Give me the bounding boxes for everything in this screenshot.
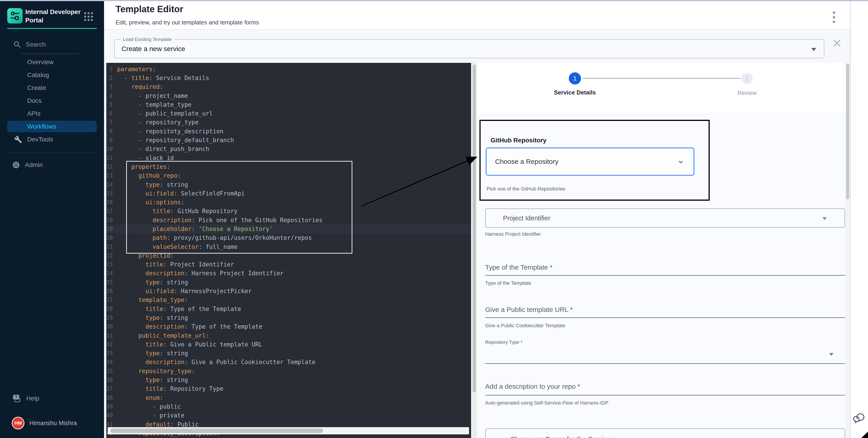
sidebar-item-label: Workflows [27,123,56,130]
code-line[interactable]: 37 title: Repository Type [106,384,471,393]
code-line[interactable]: 11 - slack_id [106,154,471,162]
code-line[interactable]: 31 public_template_url: [106,331,471,340]
sidebar-item-devtools[interactable]: DevTools [0,133,104,146]
sidebar-item-highlight [7,95,97,106]
code-line[interactable]: 30 description: Type of the Template [106,322,471,331]
code-line[interactable]: 26 ui:field: HarnessProjectPicker [106,287,471,295]
editor-horizontal-scrollbar[interactable] [107,427,469,434]
preview-scrollbar-thumb[interactable] [846,64,849,199]
chevron-down-icon [677,159,684,165]
load-template-zone: Load Existing Template Create a new serv… [104,30,850,63]
user-menu[interactable]: HM Himanshu Mishra [12,416,98,430]
code-line[interactable]: 17 title: GitHub Repository [106,207,471,215]
code-line[interactable]: 28 title: Type of the Template [106,304,471,313]
sidebar-item-label: APIs [27,110,40,117]
wrench-icon [14,135,22,143]
owner-select[interactable]: Choose an Owner for the Service [485,428,845,438]
sidebar-item-label: DevTools [27,136,53,143]
code-line[interactable]: 9 - repository_default_branch [106,136,471,144]
idp-logo-glyph [10,11,20,21]
step-1-circle[interactable]: 1 [569,72,581,85]
sidebar-item-help[interactable]: ? Help [12,393,89,404]
code-line[interactable]: 25 type: string [106,278,471,287]
code-line[interactable]: 29 type: string [106,313,471,322]
sidebar-item-apis[interactable]: APIs [0,107,104,120]
code-line[interactable]: 23 title: Project Identifier [106,260,471,269]
idp-logo [7,8,23,24]
code-line[interactable]: 33 type: string [106,349,471,358]
window-top-strip [0,0,868,1]
code-line[interactable]: 36 type: string [106,375,471,384]
editor-vertical-scrollbar-thumb[interactable] [473,65,476,392]
help-chat-icon: ? [12,394,21,403]
github-repository-helper: Pick one of the GitHub Repositories [487,186,565,192]
code-line[interactable]: 19 placeholder: 'Choose a Repository' [106,225,471,233]
code-line[interactable]: 16 ui:options: [106,198,471,207]
sidebar-item-docs[interactable]: Docs [0,94,104,107]
code-line[interactable]: 1parameters: [106,65,471,73]
preview-scrollbar[interactable] [846,63,849,438]
search-input[interactable]: Search [26,41,46,48]
code-line[interactable]: 20 path: proxy/github-api/users/OrkoHunt… [106,233,471,242]
sidebar-item-label: Overview [27,59,54,66]
search-underline [22,54,79,54]
sidebar-divider [7,153,97,153]
code-line[interactable]: 32 title: Give a Public template URL [106,340,471,349]
project-identifier-select[interactable]: Project Identifier [485,208,845,228]
template-editor-page: Internal Developer Portal Search [0,0,868,438]
code-line[interactable]: 3 required: [106,82,471,91]
brand-line1: Internal Developer [25,8,82,16]
yaml-editor[interactable]: 1parameters:2 - title: Service Details3 … [106,63,471,438]
load-template-label: Load Existing Template [121,37,174,42]
editor-horizontal-scrollbar-thumb[interactable] [111,429,323,433]
code-line[interactable]: 15 ui:field: SelectFieldFromApi [106,189,471,198]
code-line[interactable]: 6 - public_template_url [106,109,471,118]
code-line[interactable]: 24 description: Harness Project Identifi… [106,269,471,278]
sidebar-item-highlight [7,69,97,81]
help-label: Help [26,395,39,402]
code-line[interactable]: 22 projectId: [106,251,471,260]
code-line[interactable]: 4 - project_name [106,91,471,100]
code-line[interactable]: 7 - repository_type [106,118,471,127]
code-line[interactable]: 10 - direct_push_branch [106,145,471,154]
code-line[interactable]: 27 template_type: [106,296,471,304]
code-line[interactable]: 39 - public [106,402,471,411]
code-line[interactable]: 40 - private [106,411,471,420]
code-line[interactable]: 14 type: string [106,180,471,189]
sidebar-item-workflows[interactable]: Workflows [0,120,104,133]
github-repository-select[interactable]: Choose a Repository [486,147,694,176]
load-template-select[interactable]: Load Existing Template Create a new serv… [114,39,824,58]
github-repository-highlight-box: GitHub Repository Choose a Repository Pi… [479,120,710,201]
template-type-helper: Type of the Template [485,280,845,286]
chat-support-icon[interactable] [852,412,866,425]
apps-grid-icon[interactable] [84,12,93,21]
sidebar-search[interactable]: Search [13,40,90,49]
code-line[interactable]: 5 - template_type [106,100,471,109]
code-line[interactable]: 8 - repositoty_description [106,127,471,136]
sidebar-item-highlight [7,108,97,119]
project-identifier-helper: Harness Project Identifier [485,231,845,237]
sidebar-item-admin[interactable]: Admin [12,160,89,170]
sidebar-accent-divider [7,28,97,29]
sidebar-item-create[interactable]: Create [0,81,104,94]
code-line[interactable]: 2 - title: Service Details [106,73,471,82]
gear-icon [12,161,20,169]
sidebar-item-highlight [7,82,97,94]
sidebar-nav: Overview Catalog Create [0,56,104,146]
code-line[interactable]: 38 enum: [106,393,471,402]
sidebar-item-label: Docs [27,97,41,104]
repository-type-select[interactable] [485,343,845,364]
kebab-menu-icon[interactable] [833,11,836,23]
sidebar-item-catalog[interactable]: Catalog [0,68,104,81]
github-repository-title: GitHub Repository [491,137,547,144]
editor-vertical-scrollbar[interactable] [472,63,477,438]
code-line[interactable]: 18 description: Pick one of the GitHub R… [106,215,471,225]
code-line[interactable]: 13 github_repo: [106,171,471,180]
sidebar-item-overview[interactable]: Overview [0,56,104,68]
code-line[interactable]: 34 description: Give a Public Cookiecutt… [106,358,471,367]
code-line[interactable]: 35 repository_type: [106,367,471,375]
close-icon[interactable] [833,39,841,47]
code-line[interactable]: 12 properties: [106,162,471,171]
step-2-circle[interactable]: 2 [741,73,753,84]
code-line[interactable]: 21 valueSelector: full_name [106,242,471,251]
